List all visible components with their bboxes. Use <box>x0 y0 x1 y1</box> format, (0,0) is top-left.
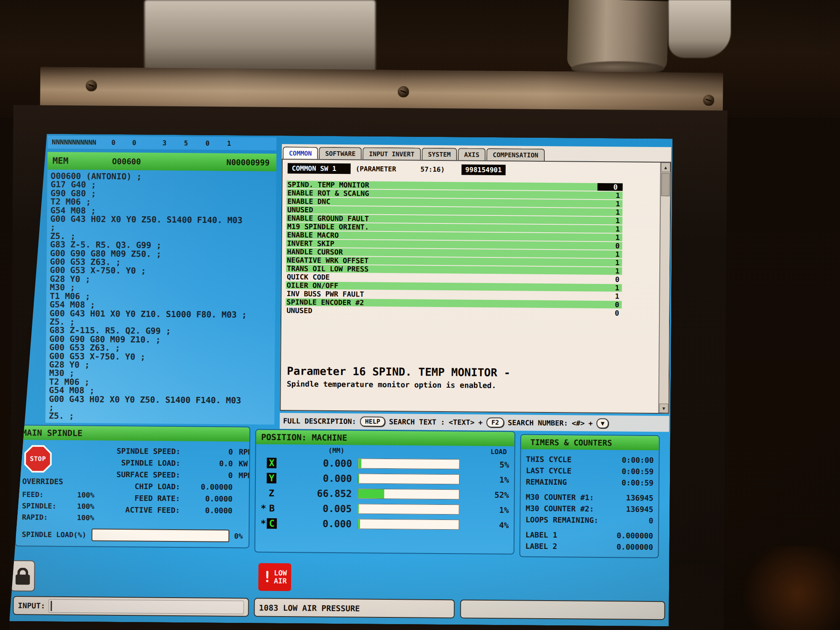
help-button[interactable]: HELP <box>360 417 385 427</box>
status-bar: NNNNNNNNNNN 0 0 3 5 0 1 <box>47 136 276 150</box>
scrollbar-thumb[interactable] <box>661 173 669 196</box>
override-value: 100% <box>77 491 94 499</box>
axis-position-value: 0.005 <box>288 503 357 514</box>
axis-load-value: 1% <box>464 475 509 484</box>
spindle-load-row: SPINDLE LOAD(%) 0% <box>22 528 243 542</box>
units-label: (MM) <box>328 446 344 454</box>
program-line[interactable]: G00 G43 H02 X0 Y0 Z50. S1400 F140. M03 <box>50 215 276 225</box>
scroll-down-icon[interactable]: ▼ <box>659 404 668 413</box>
spindle-stat-row: SURFACE SPEED: 0 MPM <box>79 468 249 481</box>
override-label: RAPID: <box>22 513 48 521</box>
screw-icon <box>397 86 409 97</box>
tab[interactable]: SYSTEM <box>422 148 457 160</box>
spindle-load-bar <box>91 528 229 542</box>
param-row-value: 0 <box>605 276 622 283</box>
tab[interactable]: INPUT INVERT <box>362 147 421 160</box>
timer-row: REMAINING 0:00:59 <box>526 476 654 488</box>
program-line[interactable]: G00 G43 H02 X0 Y0 Z50. S1400 F140. M03 <box>49 394 274 405</box>
overrides-title: OVERRIDES <box>22 477 63 486</box>
param-row-value: 1 <box>606 192 622 199</box>
override-row: FEED: 100% <box>22 488 94 500</box>
full-description-label: FULL DESCRIPTION: <box>283 417 356 425</box>
block-number: N00000999 <box>226 158 270 167</box>
axis-load-fill <box>358 504 359 513</box>
axis-load-fill <box>358 489 385 498</box>
tab[interactable]: COMPENSATION <box>486 148 545 161</box>
stop-sign: STOP <box>24 445 52 473</box>
timer-label: THIS CYCLE <box>526 455 572 464</box>
axis-position-value: 0.000 <box>289 472 358 484</box>
f2-button[interactable]: F2 <box>486 417 504 428</box>
param-row-value: 1 <box>606 217 622 224</box>
program-listing[interactable]: O00600 (ANTONIO) ; G17 G40 ; G90 G80 ; T… <box>45 170 276 425</box>
timer-label: LAST CYCLE <box>526 466 572 475</box>
program-line[interactable]: G00 G43 H01 X0 Y0 Z10. S1000 F80. M03 ; <box>50 309 275 319</box>
stat-label: CHIP LOAD: <box>79 481 180 491</box>
param-label: (PARAMETER <box>356 165 396 173</box>
status-count-1: 0 <box>111 139 116 147</box>
axis-load-bar <box>357 504 459 514</box>
stat-label: SPINDLE SPEED: <box>79 446 180 456</box>
param-row-value: 1 <box>605 234 622 241</box>
stat-unit: MPM <box>233 471 250 480</box>
search-number-dropdown[interactable]: ▼ <box>596 418 609 428</box>
input-field[interactable] <box>49 599 244 614</box>
program-line[interactable]: Z5. ; <box>49 412 274 422</box>
param-row-value: 1 <box>606 200 622 207</box>
timer-row: LABEL 1 0.000000 <box>525 529 653 541</box>
tab-label: SYSTEM <box>428 151 451 158</box>
axis-load-bar <box>357 519 459 530</box>
timer-value: 0:00:00 <box>622 455 654 465</box>
screw-icon <box>85 80 97 92</box>
param-row-value: 0 <box>597 183 622 191</box>
timer-value: 0.000000 <box>617 531 653 540</box>
axis-letter: Y <box>267 472 276 483</box>
spindle-stat-row: SPINDLE SPEED: 0 RPM <box>79 444 249 457</box>
override-value: 100% <box>77 502 94 510</box>
timers-panel: TIMERS & COUNTERS THIS CYCLE 0:00:00 LAS… <box>520 434 660 559</box>
axis-load-bar <box>358 488 459 499</box>
stat-label: SURFACE SPEED: <box>79 470 180 479</box>
low-air-alert: ! LOW AIR <box>258 563 291 591</box>
down-arrow-icon: ▼ <box>601 420 604 427</box>
axis-prefix: * <box>260 503 266 513</box>
program-line[interactable]: G28 Y0 ; <box>49 360 275 371</box>
status-message-bar <box>460 599 665 620</box>
axis-row: X 0.000 5% <box>256 455 514 472</box>
timer-value: 0:00:59 <box>622 478 654 487</box>
override-label: FEED: <box>22 490 44 499</box>
axis-list: X 0.000 5% Y 0.000 <box>255 455 514 533</box>
alarm-message: 1083 LOW AIR PRESSURE <box>259 603 360 613</box>
tab-label: SOFTWARE <box>325 150 355 158</box>
stat-value: 0 <box>180 470 233 480</box>
mode-label: MEM <box>52 156 68 166</box>
scroll-up-icon[interactable]: ▲ <box>661 163 670 172</box>
timer-row: LOOPS REMAINING: 0 <box>525 514 653 526</box>
parameter-description: Parameter 16 SPIND. TEMP MONITOR - Spind… <box>287 365 511 390</box>
tab[interactable]: SOFTWARE <box>319 147 362 160</box>
param-row-value: 1 <box>605 259 622 266</box>
param-row-value: 1 <box>605 284 622 291</box>
parameter-rows: SPIND. TEMP MONITOR 0 ENABLE ROT & SCALN… <box>286 181 622 318</box>
low-air-line1: LOW <box>274 569 287 577</box>
main-spindle-panel: MAIN SPINDLE STOP SPINDLE SPEED: 0 RPM <box>15 425 250 548</box>
param-row[interactable]: UNUSED 0 <box>286 307 622 317</box>
tab[interactable]: AXIS <box>458 148 486 160</box>
scrollbar[interactable]: ▲ ▼ <box>658 163 670 413</box>
axis-row: Y 0.000 1% <box>256 470 514 488</box>
program-header: MEM O00600 N00000999 <box>47 152 276 171</box>
monitor-frame: NNNNNNNNNNN 0 0 3 5 0 1 MEM O00600 N0000… <box>9 105 727 630</box>
tab[interactable]: COMMON <box>283 147 318 159</box>
axis-row: * C 0.000 4% <box>255 516 514 533</box>
axis-load-fill <box>358 459 361 468</box>
background-cabinet <box>144 0 375 76</box>
program-line[interactable]: G28 Y0 ; <box>50 275 276 285</box>
param-bits: 57:16) <box>420 165 445 173</box>
stat-value: 0.00000 <box>180 482 233 491</box>
screw-icon <box>703 94 714 106</box>
timer-label: REMAINING <box>526 478 567 487</box>
timer-value: 136945 <box>626 504 653 514</box>
override-label: SPINDLE: <box>22 501 56 510</box>
param-row-label: UNUSED <box>286 307 605 317</box>
stat-value: 0.0000 <box>180 494 233 503</box>
